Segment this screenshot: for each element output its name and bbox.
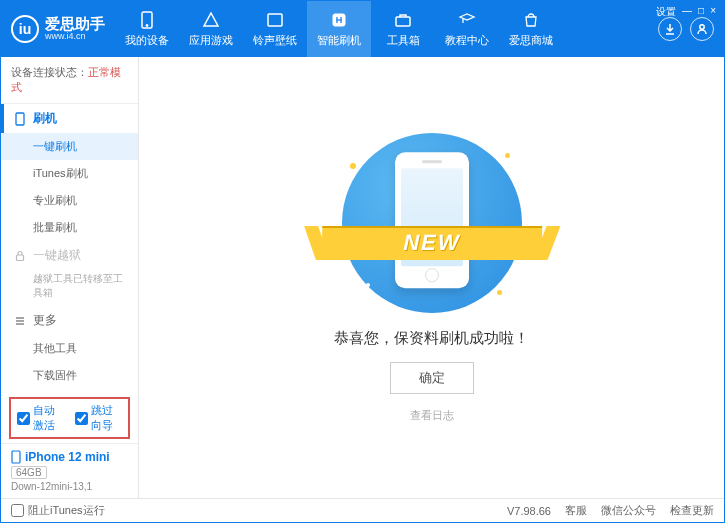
logo-icon: iu (11, 15, 39, 43)
phone-small-icon (13, 112, 27, 126)
svg-rect-6 (16, 113, 24, 125)
version-text: V7.98.66 (507, 505, 551, 517)
svg-rect-7 (17, 255, 24, 261)
cb-skip-guide-input[interactable] (75, 412, 88, 425)
store-icon (521, 10, 541, 30)
wallpaper-icon (265, 10, 285, 30)
nav-toolbox[interactable]: 工具箱 (371, 1, 435, 57)
status-label: 设备连接状态： (11, 66, 88, 78)
ribbon-new: NEW (321, 226, 542, 260)
nav-apps[interactable]: 应用游戏 (179, 1, 243, 57)
user-button[interactable] (690, 17, 714, 41)
check-update-link[interactable]: 检查更新 (670, 503, 714, 518)
group-flash[interactable]: 刷机 (1, 104, 138, 133)
titlebar: iu 爱思助手 www.i4.cn 我的设备 应用游戏 铃声壁纸 智能刷机 (1, 1, 724, 57)
settings-text[interactable]: 设置 (656, 5, 676, 19)
nav-label: 应用游戏 (189, 33, 233, 48)
lock-icon (13, 249, 27, 263)
window-controls: 设置 — □ × (656, 5, 716, 19)
apps-icon (201, 10, 221, 30)
connection-status: 设备连接状态：正常模式 (1, 57, 138, 104)
cb-block-itunes[interactable]: 阻止iTunes运行 (11, 503, 105, 518)
tutorial-icon (457, 10, 477, 30)
sub-other-tools[interactable]: 其他工具 (1, 335, 138, 362)
body: 设备连接状态：正常模式 刷机 一键刷机 iTunes刷机 专业刷机 批量刷机 一… (1, 57, 724, 498)
wechat-link[interactable]: 微信公众号 (601, 503, 656, 518)
list-icon (13, 314, 27, 328)
nav-label: 教程中心 (445, 33, 489, 48)
device-model: Down-12mini-13,1 (11, 481, 128, 492)
app-window: 设置 — □ × iu 爱思助手 www.i4.cn 我的设备 应用游戏 铃声壁… (0, 0, 725, 523)
nav-label: 工具箱 (387, 33, 420, 48)
success-message: 恭喜您，保资料刷机成功啦！ (334, 329, 529, 348)
maximize-icon[interactable]: □ (698, 5, 704, 19)
nav: 我的设备 应用游戏 铃声壁纸 智能刷机 工具箱 教程中心 (115, 1, 648, 57)
svg-rect-4 (396, 17, 410, 26)
device-name: iPhone 12 mini (11, 450, 128, 464)
close-icon[interactable]: × (710, 5, 716, 19)
sub-oneclick-flash[interactable]: 一键刷机 (1, 133, 138, 160)
svg-rect-8 (12, 451, 20, 463)
sub-advanced[interactable]: 高级功能 (1, 389, 138, 393)
cb-skip-guide[interactable]: 跳过向导 (75, 403, 123, 433)
group-label: 一键越狱 (33, 247, 81, 264)
nav-ringtones[interactable]: 铃声壁纸 (243, 1, 307, 57)
group-label: 更多 (33, 312, 57, 329)
nav-my-device[interactable]: 我的设备 (115, 1, 179, 57)
cb-label: 阻止iTunes运行 (28, 503, 105, 518)
cb-label: 跳过向导 (91, 403, 123, 433)
device-info[interactable]: iPhone 12 mini 64GB Down-12mini-13,1 (1, 443, 138, 498)
footer: 阻止iTunes运行 V7.98.66 客服 微信公众号 检查更新 (1, 498, 724, 522)
sidebar-menu: 刷机 一键刷机 iTunes刷机 专业刷机 批量刷机 一键越狱 越狱工具已转移至… (1, 104, 138, 393)
main-content: NEW 恭喜您，保资料刷机成功啦！ 确定 查看日志 (139, 57, 724, 498)
nav-label: 铃声壁纸 (253, 33, 297, 48)
customer-service-link[interactable]: 客服 (565, 503, 587, 518)
phone-icon (137, 10, 157, 30)
success-illustration: NEW (342, 133, 522, 313)
jailbreak-note: 越狱工具已转移至工具箱 (1, 270, 138, 306)
toolbox-icon (393, 10, 413, 30)
download-button[interactable] (658, 17, 682, 41)
nav-store[interactable]: 爱思商城 (499, 1, 563, 57)
app-name: 爱思助手 (45, 16, 105, 33)
cb-label: 自动激活 (33, 403, 65, 433)
group-label: 刷机 (33, 110, 57, 127)
cb-block-itunes-input[interactable] (11, 504, 24, 517)
cb-auto-activate-input[interactable] (17, 412, 30, 425)
sub-itunes-flash[interactable]: iTunes刷机 (1, 160, 138, 187)
options-highlighted: 自动激活 跳过向导 (9, 397, 130, 439)
minimize-icon[interactable]: — (682, 5, 692, 19)
group-jailbreak[interactable]: 一键越狱 (1, 241, 138, 270)
ok-button[interactable]: 确定 (390, 362, 474, 394)
svg-rect-2 (268, 14, 282, 26)
sidebar: 设备连接状态：正常模式 刷机 一键刷机 iTunes刷机 专业刷机 批量刷机 一… (1, 57, 139, 498)
logo: iu 爱思助手 www.i4.cn (1, 15, 115, 43)
nav-flash[interactable]: 智能刷机 (307, 1, 371, 57)
ribbon-text: NEW (403, 230, 461, 256)
nav-label: 我的设备 (125, 33, 169, 48)
sub-download-firmware[interactable]: 下载固件 (1, 362, 138, 389)
device-phone-icon (11, 450, 21, 464)
nav-tutorials[interactable]: 教程中心 (435, 1, 499, 57)
sub-pro-flash[interactable]: 专业刷机 (1, 187, 138, 214)
cb-auto-activate[interactable]: 自动激活 (17, 403, 65, 433)
view-log-link[interactable]: 查看日志 (410, 408, 454, 423)
svg-point-1 (146, 25, 148, 27)
device-capacity: 64GB (11, 466, 47, 479)
nav-label: 智能刷机 (317, 33, 361, 48)
app-url: www.i4.cn (45, 32, 105, 42)
device-name-text: iPhone 12 mini (25, 450, 110, 464)
svg-point-5 (700, 25, 704, 29)
flash-icon (329, 10, 349, 30)
group-more[interactable]: 更多 (1, 306, 138, 335)
nav-label: 爱思商城 (509, 33, 553, 48)
sub-batch-flash[interactable]: 批量刷机 (1, 214, 138, 241)
